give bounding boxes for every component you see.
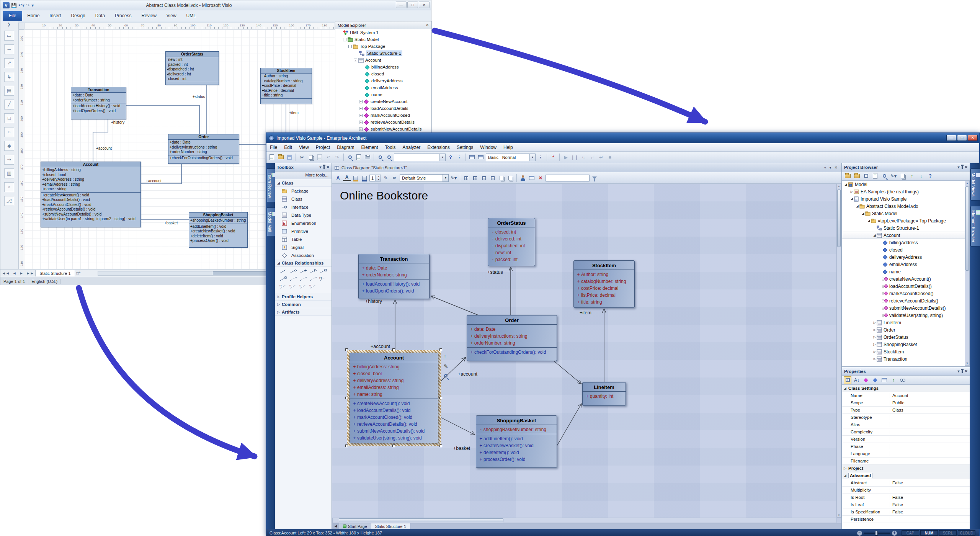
diagram-tab-static-structure-1[interactable]: Static Structure-1 — [371, 523, 410, 529]
chevron-down-icon[interactable]: ▾ — [320, 165, 322, 169]
toolbox-item-r-connector[interactable]: R — [289, 284, 297, 291]
maximize-button[interactable]: □ — [407, 2, 418, 8]
copy-icon[interactable] — [307, 154, 315, 161]
step-over-icon[interactable]: ⤶ — [588, 154, 596, 161]
properties-title-bar[interactable]: Properties ▾✕ — [842, 367, 970, 376]
first-page-icon[interactable]: ◄◄ — [0, 271, 11, 275]
menu-settings[interactable]: Settings — [453, 143, 477, 152]
toolbox-item-primitive[interactable]: Primitive — [275, 227, 332, 235]
visio-shapes-stencil[interactable]: ❯▭─↗↳▤╱□○◆⇢▥▫⎇ — [0, 21, 18, 269]
stencil-bend-line-shape[interactable]: ↳ — [4, 72, 14, 82]
new-doc-icon[interactable] — [268, 154, 276, 161]
tree-item-retrieveaccountdetails[interactable]: +retrieveAccountDetails — [335, 119, 431, 126]
selection-handle[interactable] — [345, 348, 348, 351]
file-search-icon[interactable] — [385, 154, 393, 161]
visio-title-bar[interactable]: V 💾 ↶▾ ↷ ▾ Abstract Class Model.vdx - Mi… — [0, 0, 431, 10]
collapse-icon[interactable]: « — [824, 165, 826, 170]
toolbox-item-aggregate[interactable] — [289, 268, 297, 275]
diagram-horizontal-scrollbar[interactable] — [332, 518, 836, 523]
close-icon[interactable]: ✕ — [327, 165, 330, 169]
toolbox-item-dependency[interactable] — [289, 276, 297, 283]
property-row-complexity[interactable]: Complexity — [842, 428, 970, 436]
property-row-filename[interactable]: Filename — [842, 458, 970, 465]
align-left-icon[interactable] — [462, 174, 470, 182]
pin-icon[interactable] — [323, 166, 325, 169]
stencil-constraint-shape[interactable]: ⎇ — [4, 196, 14, 206]
ea-window-buttons[interactable]: ― □ ✕ — [946, 135, 978, 141]
expander-icon[interactable]: ▷ — [872, 335, 877, 339]
expander-icon[interactable]: - — [348, 45, 352, 48]
zoom-in-icon[interactable]: + — [892, 531, 897, 536]
expander-icon[interactable]: ◢ — [844, 183, 848, 186]
diagram-vertical-scrollbar[interactable]: ▲▼ — [836, 184, 841, 518]
filter-funnel-icon[interactable] — [591, 174, 598, 182]
tree-item-submitnewaccountdetails-[interactable]: submitNewAccountDetails() — [842, 304, 970, 312]
new-diagram-icon[interactable] — [862, 172, 870, 180]
property-row-stereotype[interactable]: Stereotype — [842, 414, 970, 421]
selection-handle[interactable] — [392, 348, 395, 351]
move-up-icon[interactable]: ↑ — [890, 376, 897, 384]
paste-icon[interactable] — [316, 154, 323, 161]
project-combo[interactable]: ▾ — [394, 154, 446, 161]
toolbox-item-u-connector[interactable]: U — [309, 284, 317, 291]
visio-class-account[interactable]: Account+billingAddress : string+closed :… — [41, 162, 141, 227]
categorized-icon[interactable] — [844, 376, 851, 384]
tree-item-account[interactable]: -Account — [335, 57, 431, 64]
close-icon[interactable]: ✕ — [835, 165, 838, 170]
toolbox-item-fb-connector[interactable]: FB — [319, 276, 327, 283]
tree-item-deliveryaddress[interactable]: deliveryAddress — [335, 77, 431, 84]
tree-item-shoppingbasket[interactable]: ▷ShoppingBasket — [842, 341, 970, 348]
property-row-is-specification[interactable]: Is SpecificationFalse — [842, 508, 970, 516]
ribbon-tab-data[interactable]: Data — [90, 11, 110, 21]
tree-item-uml-system-1[interactable]: UML System 1 — [335, 29, 431, 36]
tree-item-top-package[interactable]: -Top Package — [335, 43, 431, 50]
menu-file[interactable]: File — [266, 143, 281, 152]
property-row-version[interactable]: Version — [842, 436, 970, 443]
more-tools-button[interactable]: More tools... — [275, 172, 332, 179]
project-browser-scrollbar[interactable]: ▲▼ — [965, 181, 970, 366]
pen-dropdown-icon[interactable]: ✎▾ — [450, 174, 457, 182]
property-row-language[interactable]: Language — [842, 450, 970, 458]
chevron-down-icon[interactable]: ▾ — [958, 165, 960, 169]
property-row-abstract[interactable]: AbstractFalse — [842, 479, 970, 487]
toolbox-item-class[interactable]: Class — [275, 195, 332, 203]
expander-icon[interactable]: - — [354, 59, 357, 62]
menu-extensions[interactable]: Extensions — [424, 143, 453, 152]
tree-item-transaction[interactable]: ▷Transaction — [842, 355, 970, 363]
properties-section-project[interactable]: ▷Project — [842, 465, 970, 472]
help-icon[interactable]: ? — [447, 154, 454, 161]
open-folder-icon[interactable] — [277, 154, 284, 161]
appearance-icon[interactable]: * — [549, 154, 557, 161]
toolbox-item-template-binding[interactable] — [319, 268, 327, 275]
stencil-divider-shape[interactable]: ─ — [4, 44, 14, 54]
new-package-icon[interactable] — [853, 172, 861, 180]
language-indicator[interactable]: English (U.S.) — [31, 279, 57, 284]
last-page-icon[interactable]: ►► — [25, 271, 36, 275]
minimize-button[interactable]: ― — [396, 2, 407, 8]
toolbox-item-s-connector[interactable]: S — [299, 284, 307, 291]
selection-handle[interactable] — [392, 444, 395, 447]
undo-icon[interactable]: ↶ — [325, 154, 332, 161]
step-out-icon[interactable]: ↩ — [597, 154, 605, 161]
visibility-icon[interactable] — [519, 174, 527, 182]
stencil-class-shape[interactable]: ▭ — [4, 31, 14, 41]
model-explorer-title[interactable]: Model Explorer ✕ — [335, 21, 431, 29]
stencil-interface-shape[interactable]: ○ — [4, 127, 14, 137]
tree-item-markaccountclosed[interactable]: +markAccountClosed — [335, 112, 431, 119]
visio-class-transaction[interactable]: Transaction+date : Date+orderNumber : st… — [71, 87, 126, 119]
tree-item-static-structure-1[interactable]: Static Structure-1 — [842, 224, 970, 232]
scrollbar-thumb[interactable] — [213, 271, 266, 275]
stencil-line-shape[interactable]: ╱ — [4, 100, 14, 109]
edit-icon[interactable]: ✎ — [444, 363, 448, 369]
ribbon-tab-review[interactable]: Review — [136, 11, 161, 21]
property-row-phase[interactable]: Phase — [842, 443, 970, 450]
delete-icon[interactable]: ✕ — [537, 174, 544, 182]
stencil-package-shape[interactable]: ▥ — [4, 168, 14, 178]
tab-scroll-left-icon[interactable]: ◀ — [332, 523, 339, 529]
tree-item-static-structure-1[interactable]: Static Structure-1 — [335, 50, 431, 57]
toolbox-item-package[interactable]: Package — [275, 187, 332, 195]
ea-class-account[interactable]: Account+billingAddress: string+closed: b… — [350, 353, 438, 443]
help-icon[interactable]: ? — [926, 172, 934, 180]
toolbox-item-signal[interactable]: Signal — [275, 243, 332, 251]
expander-icon[interactable]: ▷ — [872, 321, 877, 324]
